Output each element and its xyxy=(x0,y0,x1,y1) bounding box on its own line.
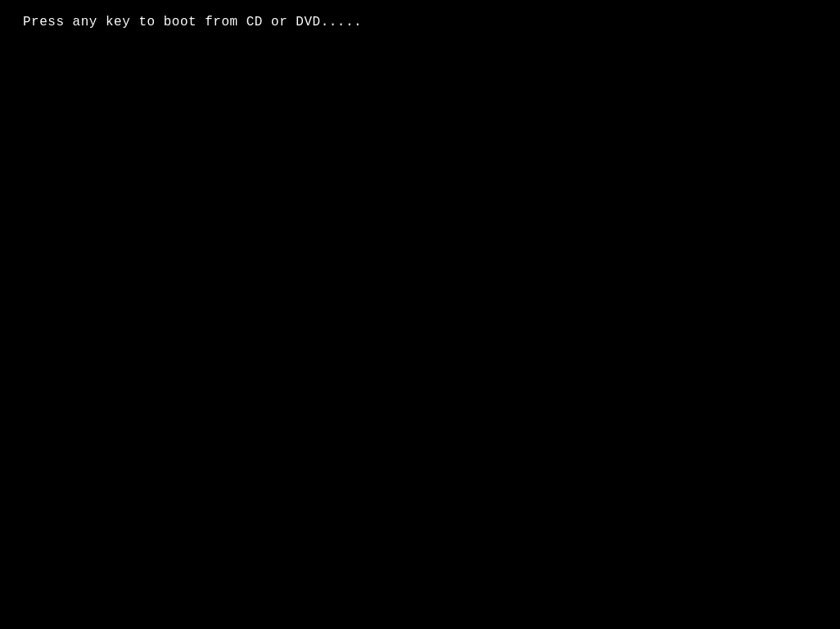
boot-screen: Press any key to boot from CD or DVD....… xyxy=(0,0,840,629)
boot-prompt-text: Press any key to boot from CD or DVD....… xyxy=(23,15,362,29)
